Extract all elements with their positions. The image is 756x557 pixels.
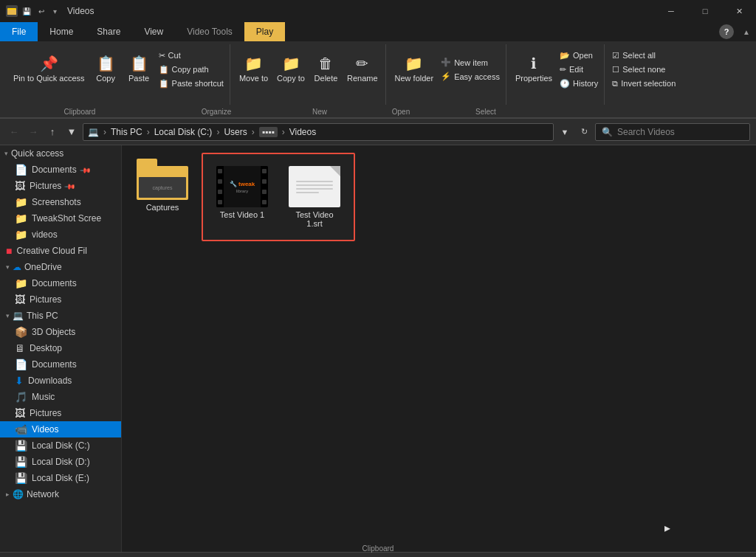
refresh-button[interactable]: ↻ bbox=[576, 124, 592, 140]
pin-icon-documents: 📌 bbox=[80, 164, 92, 176]
sidebar-item-documents[interactable]: 📄 Documents 📌 bbox=[0, 162, 121, 178]
icon-view-button[interactable]: ⊞ bbox=[737, 554, 750, 558]
quick-access-header[interactable]: ▾ Quick access bbox=[0, 145, 121, 162]
file-item-test-video-1-srt[interactable]: Test Video 1.srt bbox=[281, 160, 348, 234]
onedrive-header[interactable]: ▾ ☁ OneDrive bbox=[0, 259, 121, 275]
tab-video-tools: Video Tools bbox=[175, 22, 244, 41]
select-all-button[interactable]: ☑ Select all bbox=[609, 49, 678, 62]
onedrive-label: OneDrive bbox=[24, 262, 62, 272]
edit-button[interactable]: ✏ Edit bbox=[557, 63, 601, 76]
search-box[interactable]: 🔍 Search Videos bbox=[595, 123, 750, 141]
breadcrumb-thispc[interactable]: This PC bbox=[111, 127, 142, 137]
minimize-button[interactable]: ─ bbox=[654, 0, 688, 22]
paste-button[interactable]: 📋 Paste bbox=[123, 44, 156, 94]
sidebar-item-videos-quick[interactable]: 📁 videos bbox=[0, 226, 121, 243]
ribbon-organize-section: 📁 Move to 📁 Copy to 🗑 Delete ✏ Rename bbox=[232, 44, 386, 105]
pin-quick-access-button[interactable]: 📌 Pin to Quick access bbox=[9, 44, 89, 94]
onedrive-pics-icon: 🖼 bbox=[15, 294, 25, 305]
address-dropdown-button[interactable]: ▼ bbox=[557, 124, 573, 140]
close-button[interactable]: ✕ bbox=[722, 0, 756, 22]
sidebar-item-desktop[interactable]: 🖥 Desktop bbox=[0, 340, 121, 356]
breadcrumb-disk[interactable]: Local Disk (C:) bbox=[154, 127, 213, 137]
maximize-button[interactable]: □ bbox=[688, 0, 722, 22]
paste-shortcut-button[interactable]: 📋 Paste shortcut bbox=[156, 77, 227, 90]
recent-locations-button[interactable]: ▼ bbox=[63, 124, 80, 140]
desktop-label: Desktop bbox=[30, 343, 62, 353]
svg-rect-1 bbox=[7, 10, 16, 15]
up-button[interactable]: ↑ bbox=[44, 124, 61, 140]
creative-cloud-icon: ■ bbox=[6, 245, 12, 257]
copy-button[interactable]: 📋 Copy bbox=[89, 44, 123, 94]
sidebar-item-music[interactable]: 🎵 Music bbox=[0, 389, 121, 405]
select-none-icon: ☐ bbox=[612, 65, 619, 75]
select-none-button[interactable]: ☐ Select none bbox=[609, 63, 678, 76]
rename-button[interactable]: ✏ Rename bbox=[343, 44, 382, 94]
list-view-button[interactable]: ≡ bbox=[721, 554, 734, 558]
sidebar-item-local-c[interactable]: 💾 Local Disk (C:) bbox=[0, 437, 121, 454]
window-controls: ─ □ ✕ bbox=[654, 0, 756, 22]
copy-path-button[interactable]: 📋 Copy path bbox=[156, 63, 227, 76]
forward-button[interactable]: → bbox=[25, 124, 41, 140]
copy-icon: 📋 bbox=[97, 55, 115, 72]
sidebar-item-onedrive-docs[interactable]: 📁 Documents bbox=[0, 275, 121, 291]
help-button[interactable]: ? bbox=[719, 24, 734, 39]
tab-file[interactable]: File bbox=[0, 22, 38, 41]
breadcrumb-user[interactable]: ▪▪▪▪ bbox=[259, 127, 278, 137]
breadcrumb-users[interactable]: Users bbox=[224, 127, 247, 137]
sidebar-item-creative-cloud[interactable]: ■ Creative Cloud Fil bbox=[0, 243, 121, 259]
sidebar-item-pictures[interactable]: 🖼 Pictures 📌 bbox=[0, 178, 121, 194]
this-pc-header[interactable]: ▾ 💻 This PC bbox=[0, 308, 121, 324]
tab-view[interactable]: View bbox=[132, 22, 175, 41]
sidebar-item-3dobjects[interactable]: 📦 3D Objects bbox=[0, 324, 121, 340]
pictures-pc-icon: 🖼 bbox=[15, 407, 25, 419]
sidebar: ▾ Quick access 📄 Documents 📌 🖼 Pictures … bbox=[0, 145, 122, 552]
move-to-button[interactable]: 📁 Move to bbox=[235, 44, 272, 94]
videos-pc-label: Videos bbox=[32, 424, 58, 435]
local-e-icon: 💾 bbox=[15, 472, 27, 484]
breadcrumb-videos[interactable]: Videos bbox=[289, 127, 316, 137]
sidebar-item-local-e[interactable]: 💾 Local Disk (E:) bbox=[0, 470, 121, 486]
history-button[interactable]: 🕐 History bbox=[557, 77, 601, 90]
new-folder-button[interactable]: 📁 New folder bbox=[391, 44, 439, 94]
sidebar-item-pictures-pc[interactable]: 🖼 Pictures bbox=[0, 405, 121, 421]
quick-access-arrow[interactable]: ▾ bbox=[53, 7, 57, 15]
quick-save-btn[interactable]: 💾 bbox=[21, 5, 32, 17]
delete-button[interactable]: 🗑 Delete bbox=[309, 44, 343, 94]
open-button[interactable]: 📂 Open bbox=[557, 49, 601, 62]
properties-button[interactable]: ℹ Properties bbox=[511, 44, 557, 94]
file-item-test-video-1[interactable]: 🔧 tweak library Test Video 1 bbox=[209, 160, 275, 234]
local-c-icon: 💾 bbox=[15, 440, 27, 452]
back-button[interactable]: ← bbox=[6, 124, 22, 140]
quick-undo-btn[interactable]: ↩ bbox=[35, 5, 47, 17]
sidebar-item-onedrive-pics[interactable]: 🖼 Pictures bbox=[0, 291, 121, 308]
ribbon-collapse-btn[interactable]: ▲ bbox=[743, 28, 750, 36]
pictures-icon: 🖼 bbox=[15, 180, 25, 192]
sidebar-item-local-d[interactable]: 💾 Local Disk (D:) bbox=[0, 454, 121, 470]
cut-button[interactable]: ✂ Cut bbox=[156, 49, 227, 62]
organize-label: Organize bbox=[154, 108, 279, 117]
invert-icon: ⧉ bbox=[612, 79, 618, 89]
this-pc-icon: 💻 bbox=[13, 311, 24, 321]
new-item-button[interactable]: ➕ New item bbox=[438, 56, 503, 69]
3dobjects-icon: 📦 bbox=[15, 326, 27, 338]
invert-selection-button[interactable]: ⧉ Invert selection bbox=[609, 77, 678, 90]
sidebar-item-documents-pc[interactable]: 📄 Documents bbox=[0, 356, 121, 373]
sidebar-item-screenshots[interactable]: 📁 Screenshots bbox=[0, 194, 121, 210]
copy-to-button[interactable]: 📁 Copy to bbox=[272, 44, 309, 94]
sidebar-scroll-spacer bbox=[0, 502, 121, 517]
sidebar-item-videos-pc[interactable]: 📹 Videos bbox=[0, 421, 121, 437]
music-icon: 🎵 bbox=[15, 391, 27, 403]
tab-play[interactable]: Play bbox=[244, 22, 285, 41]
sidebar-item-tweakshot[interactable]: 📁 TweakShot Scree bbox=[0, 210, 121, 226]
easy-access-label: Easy access bbox=[454, 72, 500, 81]
sidebar-item-downloads[interactable]: ⬇ Downloads bbox=[0, 373, 121, 389]
network-header[interactable]: ▸ 🌐 Network bbox=[0, 486, 121, 502]
this-pc-label: This PC bbox=[27, 311, 58, 321]
file-item-captures[interactable]: captures Captures bbox=[129, 153, 196, 218]
copy-label: Copy bbox=[96, 74, 115, 83]
app-icon bbox=[6, 5, 18, 17]
tab-home[interactable]: Home bbox=[38, 22, 85, 41]
address-box[interactable]: 💻 › This PC › Local Disk (C:) › Users › … bbox=[83, 123, 554, 141]
tab-share[interactable]: Share bbox=[85, 22, 132, 41]
easy-access-button[interactable]: ⚡ Easy access bbox=[438, 70, 503, 83]
